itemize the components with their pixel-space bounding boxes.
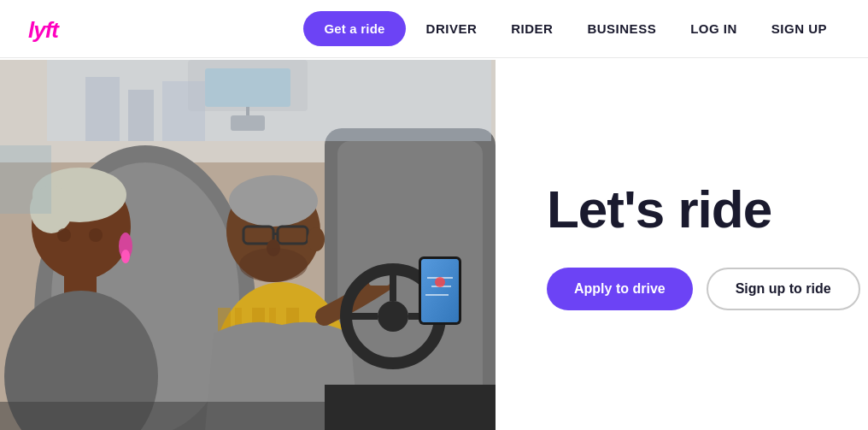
svg-point-45: [57, 228, 71, 242]
svg-rect-53: [0, 402, 325, 430]
svg-rect-21: [273, 233, 278, 235]
nav-business[interactable]: BUSINESS: [573, 15, 670, 43]
svg-point-24: [239, 248, 308, 282]
svg-rect-52: [325, 385, 496, 430]
main-nav: Get a ride DRIVER RIDER BUSINESS LOG IN …: [303, 11, 841, 46]
svg-point-18: [229, 175, 318, 227]
svg-point-37: [435, 277, 445, 287]
hero-illustration: [0, 58, 496, 430]
nav-rider[interactable]: RIDER: [497, 15, 566, 43]
svg-point-23: [308, 227, 325, 251]
nav-driver[interactable]: DRIVER: [413, 15, 491, 43]
lyft-logo: lyft: [27, 15, 72, 43]
nav-signup[interactable]: SIGN UP: [758, 15, 841, 43]
svg-rect-33: [421, 259, 459, 322]
svg-rect-50: [128, 90, 154, 141]
svg-point-46: [89, 228, 103, 242]
hero-section: Let's ride Apply to drive Sign up to rid…: [0, 58, 868, 430]
svg-rect-47: [0, 145, 51, 214]
sign-up-to-ride-button[interactable]: Sign up to ride: [707, 268, 860, 310]
svg-text:lyft: lyft: [28, 17, 60, 43]
lyft-logo-svg: lyft: [27, 15, 72, 43]
svg-point-27: [378, 301, 408, 332]
hero-content: Let's ride Apply to drive Sign up to rid…: [496, 58, 868, 430]
hero-title: Let's ride: [547, 181, 860, 237]
hero-buttons: Apply to drive Sign up to ride: [547, 268, 860, 310]
svg-point-42: [121, 250, 130, 263]
header: lyft Get a ride DRIVER RIDER BUSINESS LO…: [0, 0, 868, 58]
svg-rect-49: [85, 77, 120, 141]
nav-login[interactable]: LOG IN: [677, 15, 751, 43]
hero-image: [0, 58, 496, 430]
logo-area: lyft: [27, 15, 72, 43]
svg-rect-51: [162, 81, 205, 141]
apply-to-drive-button[interactable]: Apply to drive: [547, 268, 693, 310]
get-a-ride-button[interactable]: Get a ride: [303, 11, 405, 46]
